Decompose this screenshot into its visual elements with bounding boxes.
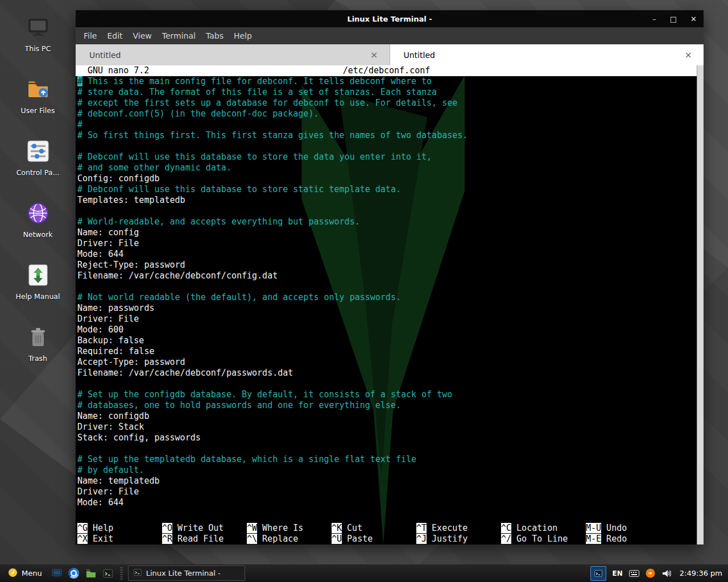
- desktop-item-trash[interactable]: Trash: [4, 323, 72, 363]
- taskbar-window-button[interactable]: Linux Lite Terminal -: [128, 566, 245, 581]
- shortcut-location: ^C Location: [501, 523, 586, 534]
- desktop-item-label: User Files: [21, 106, 55, 115]
- terminal-window: Linux Lite Terminal - – □ ✕ FileEditView…: [76, 10, 704, 544]
- shortcut-key: ^T: [416, 523, 427, 533]
- keyboard-layout-indicator[interactable]: EN: [613, 569, 623, 577]
- system-tray: EN 2:49:36 pm: [590, 566, 725, 581]
- chromium-icon[interactable]: [67, 567, 81, 580]
- shortcut-key: ^\: [247, 534, 257, 544]
- editor-line: [77, 206, 704, 217]
- shortcut-key: ^W: [247, 523, 257, 533]
- tab-close-icon[interactable]: ×: [368, 49, 380, 60]
- editor-line: # Set up the templatedb database, which …: [77, 454, 704, 465]
- menu-item-edit[interactable]: Edit: [102, 29, 127, 43]
- computer-icon: [24, 14, 52, 41]
- tab-close-icon[interactable]: ×: [682, 49, 694, 60]
- shortcut-cut: ^K Cut: [332, 523, 416, 534]
- volume-icon[interactable]: [661, 569, 672, 578]
- editor-lines: # This is the main config file for debco…: [76, 76, 704, 508]
- editor-line: # Debconf will use this database to stor…: [77, 184, 704, 195]
- desktop-item-this-pc[interactable]: This PC: [4, 14, 72, 53]
- shortcut-go-to-line: ^/ Go To Line: [501, 534, 586, 544]
- menu-button[interactable]: Menu: [3, 564, 47, 582]
- editor-line: Stack: config, passwords: [77, 433, 704, 443]
- desktop-item-label: Control Pa...: [16, 168, 60, 177]
- tab-label: Untitled: [397, 51, 682, 60]
- shortcut-execute: ^T Execute: [416, 523, 501, 534]
- keyboard-icon[interactable]: [629, 570, 639, 577]
- tray-terminal-icon[interactable]: [590, 566, 606, 581]
- editor-line: # debconf.conf(5) (in the debconf-doc pa…: [77, 109, 704, 119]
- editor-line: [77, 281, 704, 292]
- editor-line: Name: config: [77, 227, 704, 238]
- minimize-icon[interactable]: –: [652, 15, 656, 23]
- menu-label: Menu: [22, 569, 42, 577]
- taskbar-clock[interactable]: 2:49:36 pm: [678, 569, 722, 577]
- menu-item-view[interactable]: View: [128, 29, 157, 43]
- desktop-item-label: Help Manual: [16, 292, 60, 301]
- editor-line: # except the first sets up a database fo…: [77, 98, 704, 109]
- shortcut-key: ^O: [162, 523, 172, 533]
- nano-shortcut-row: ^G Help^O Write Out^W Where Is^K Cut^T E…: [77, 523, 696, 534]
- shortcut-key: ^R: [162, 534, 172, 544]
- desktop-item-help-manual[interactable]: Help Manual: [4, 261, 72, 301]
- menu-bar: FileEditViewTerminalTabsHelp: [76, 27, 704, 44]
- network-icon: [24, 199, 52, 227]
- editor-line: Config: configdb: [77, 173, 704, 184]
- chromium-logo: [68, 568, 79, 579]
- editor-line: Reject-Type: password: [77, 260, 704, 271]
- tab-2[interactable]: Untitled×: [390, 44, 704, 65]
- editor-line: # So first things first. This first stan…: [77, 130, 704, 141]
- tab-bar: Untitled×Untitled×: [76, 44, 704, 65]
- menu-item-terminal[interactable]: Terminal: [157, 29, 201, 43]
- menu-item-help[interactable]: Help: [229, 29, 257, 43]
- nano-shortcuts: ^G Help^O Write Out^W Where Is^K Cut^T E…: [77, 523, 696, 544]
- help-manual-icon: [24, 261, 52, 289]
- tab-label: Untitled: [82, 51, 368, 60]
- shortcut-read-file: ^R Read File: [162, 534, 247, 544]
- desktop-item-label: Network: [23, 230, 52, 239]
- editor-line: # store data. The format of this file is…: [77, 87, 704, 98]
- tab-1[interactable]: Untitled×: [76, 44, 390, 65]
- editor-line: Mode: 644: [77, 249, 704, 260]
- desktop-item-network[interactable]: Network: [4, 199, 72, 239]
- editor-line: # World-readable, and accepts everything…: [77, 217, 704, 227]
- editor-line: Templates: templatedb: [77, 195, 704, 206]
- update-notifier-icon[interactable]: [646, 568, 655, 578]
- shortcut-redo: M-E Redo: [586, 534, 696, 544]
- desktop-item-user-files[interactable]: User Files: [4, 76, 72, 115]
- shortcut-key: M-E: [586, 534, 601, 544]
- maximize-icon[interactable]: □: [670, 15, 677, 23]
- file-manager-icon[interactable]: [84, 567, 98, 580]
- menu-item-tabs[interactable]: Tabs: [201, 29, 229, 43]
- desktop-item-label: This PC: [25, 44, 51, 53]
- shortcut-write-out: ^O Write Out: [162, 523, 247, 534]
- nano-titlebar: GNU nano 7.2 /etc/debconf.conf: [76, 65, 704, 76]
- terminal-scrollbar[interactable]: [697, 65, 704, 544]
- shortcut-key: ^U: [332, 534, 342, 544]
- shortcut-key: ^X: [77, 534, 88, 544]
- menu-item-file[interactable]: File: [78, 29, 102, 43]
- editor-line: # by default.: [77, 465, 704, 476]
- shortcut-where-is: ^W Where Is: [247, 523, 332, 534]
- shortcut-undo: M-U Undo: [586, 523, 696, 534]
- editor-line: # Debconf will use this database to stor…: [77, 152, 704, 163]
- shortcut-replace: ^\ Replace: [247, 534, 332, 544]
- window-titlebar[interactable]: Linux Lite Terminal - – □ ✕: [76, 10, 704, 27]
- display-settings-icon[interactable]: [50, 567, 64, 580]
- editor-line: Name: passwords: [77, 303, 704, 314]
- editor-line: # This is the main config file for debco…: [77, 76, 704, 87]
- nano-filename-label: /etc/debconf.conf: [76, 65, 697, 76]
- editor-line: # and some other dynamic data.: [77, 163, 704, 173]
- terminal-launcher-icon[interactable]: [101, 567, 115, 580]
- close-icon[interactable]: ✕: [690, 15, 697, 23]
- desktop-item-control-pa[interactable]: Control Pa...: [4, 138, 72, 177]
- taskbar-separator: [120, 567, 123, 580]
- window-title: Linux Lite Terminal -: [347, 15, 432, 23]
- shortcut-help: ^G Help: [77, 523, 162, 534]
- editor-line: #: [77, 119, 704, 130]
- shortcut-key: ^C: [501, 523, 511, 533]
- editor-line: [77, 443, 704, 454]
- terminal-view[interactable]: GNU nano 7.2 /etc/debconf.conf # This is…: [76, 65, 704, 544]
- editor-line: Name: configdb: [77, 411, 704, 422]
